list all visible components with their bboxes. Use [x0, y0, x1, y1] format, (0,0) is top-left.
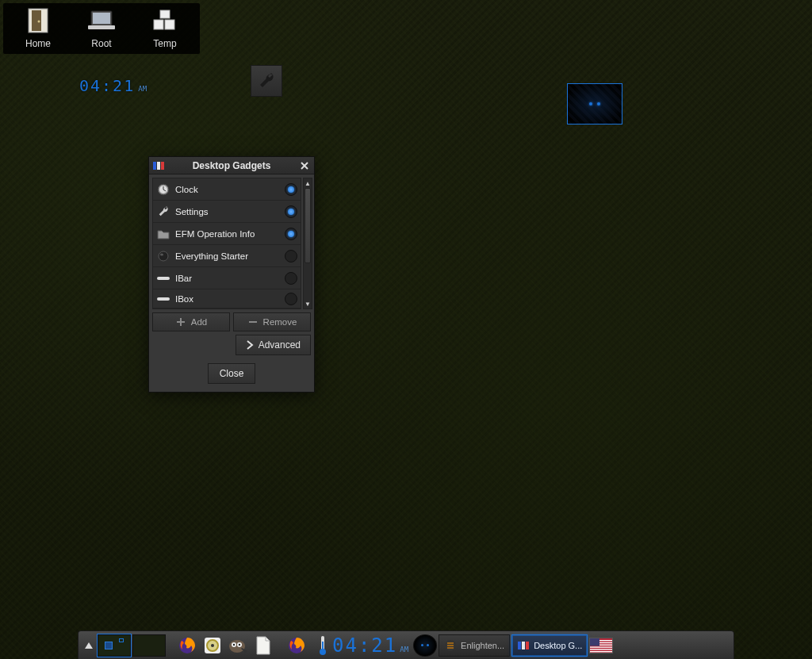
gadget-toggle[interactable]: [285, 250, 297, 262]
firefox-launcher[interactable]: [175, 634, 199, 657]
folder-icon: [156, 227, 170, 241]
add-button[interactable]: Add: [152, 312, 230, 331]
svg-point-2: [38, 21, 40, 23]
gadget-label: Everything Starter: [170, 251, 285, 261]
add-label: Add: [191, 317, 207, 327]
document-launcher[interactable]: [251, 634, 275, 657]
svg-point-15: [160, 253, 163, 255]
gadget-toggle[interactable]: [285, 272, 297, 285]
svg-rect-9: [153, 162, 156, 170]
desktop-gadgets-dialog: Desktop Gadgets Clock Settings: [148, 156, 315, 393]
svg-rect-41: [590, 651, 612, 652]
svg-point-14: [159, 251, 168, 261]
gadget-row-settings[interactable]: Settings: [153, 201, 301, 223]
enlightenment-icon: [444, 640, 457, 651]
selected-gadget-frame[interactable]: [567, 83, 622, 125]
gadget-toggle[interactable]: [285, 205, 297, 218]
gadget-toggle[interactable]: [285, 183, 297, 196]
desktop-clock-time: 04:21: [79, 76, 135, 95]
gimp-launcher[interactable]: [226, 634, 250, 657]
pager-desktop-2[interactable]: [132, 634, 166, 657]
settings-gadget[interactable]: [251, 65, 282, 97]
svg-point-22: [229, 640, 245, 653]
svg-rect-32: [518, 642, 521, 649]
svg-rect-1: [32, 10, 41, 31]
svg-rect-40: [590, 649, 612, 649]
temp-icon[interactable]: Temp: [143, 6, 187, 49]
pager-desktop-1[interactable]: [98, 634, 131, 657]
svg-point-21: [211, 644, 214, 647]
laptop-icon: [86, 6, 117, 35]
root-label: Root: [91, 38, 111, 49]
scroll-up-icon[interactable]: ▲: [304, 178, 312, 188]
svg-point-25: [233, 643, 235, 645]
firefox-launcher-2[interactable]: [285, 634, 308, 657]
gadget-label: IBar: [170, 274, 285, 283]
gadget-toggle[interactable]: [285, 293, 297, 305]
pager: [98, 634, 166, 657]
home-label: Home: [25, 38, 51, 49]
gadget-list: Clock Settings EFM Operation Info: [152, 178, 301, 309]
svg-point-26: [239, 643, 240, 645]
task-enlightenment[interactable]: Enlighten...: [439, 634, 510, 657]
taskbar-expand-icon[interactable]: [82, 634, 96, 657]
gadget-row-efm[interactable]: EFM Operation Info: [153, 223, 301, 245]
svg-point-30: [320, 649, 326, 655]
svg-rect-17: [157, 297, 170, 301]
gadget-label: Clock: [170, 185, 285, 194]
svg-rect-4: [93, 13, 110, 24]
gadget-row-everything[interactable]: Everything Starter: [153, 245, 301, 267]
svg-rect-10: [157, 162, 160, 170]
music-launcher[interactable]: [201, 634, 224, 657]
wrench-icon: [156, 205, 170, 219]
thermometer-icon[interactable]: [318, 634, 327, 657]
svg-rect-34: [526, 642, 529, 649]
desktop-icon-shelf: Home Root Temp: [3, 3, 200, 54]
svg-rect-11: [161, 162, 164, 170]
keyboard-layout-flag[interactable]: [589, 638, 613, 653]
task-desktop-gadgets[interactable]: Desktop G...: [511, 634, 588, 657]
remove-button[interactable]: Remove: [233, 312, 311, 331]
svg-rect-42: [590, 638, 599, 646]
wrench-icon: [257, 71, 276, 90]
boxes-icon: [149, 6, 181, 35]
gadget-row-clock[interactable]: Clock: [153, 178, 301, 201]
scroll-thumb[interactable]: [304, 188, 311, 263]
svg-rect-5: [88, 25, 115, 29]
gadget-label: EFM Operation Info: [170, 229, 285, 239]
dialog-titlebar[interactable]: Desktop Gadgets: [149, 157, 314, 174]
desktop-clock-gadget[interactable]: 04:21 AM: [79, 76, 147, 95]
gadget-row-ibox[interactable]: IBox: [153, 289, 301, 308]
svg-rect-33: [522, 642, 525, 649]
remove-label: Remove: [263, 317, 297, 327]
dialog-title: Desktop Gadgets: [165, 160, 298, 171]
minus-icon: [247, 316, 259, 328]
svg-rect-39: [590, 646, 612, 647]
taskbar: 04:21 AM Enlighten... Desktop G...: [78, 630, 734, 659]
bar-icon: [156, 271, 170, 285]
gadget-row-ibar[interactable]: IBar: [153, 267, 301, 289]
svg-rect-8: [165, 20, 174, 29]
dialog-close-icon[interactable]: [298, 159, 311, 172]
gadget-toggle[interactable]: [285, 228, 297, 240]
clock-icon: [156, 182, 170, 197]
home-icon[interactable]: Home: [16, 6, 60, 49]
root-icon[interactable]: Root: [79, 6, 124, 49]
bar-icon: [156, 292, 170, 306]
door-icon: [22, 6, 54, 35]
svg-rect-16: [157, 277, 170, 280]
task-label: Desktop G...: [534, 641, 582, 650]
list-scrollbar[interactable]: ▲ ▼: [303, 178, 312, 309]
gadget-label: IBox: [170, 294, 285, 304]
gadget-label: Settings: [170, 207, 285, 216]
chevron-right-icon: [246, 340, 254, 350]
eyes-icon: [589, 102, 600, 105]
plus-icon: [175, 316, 186, 328]
scroll-down-icon[interactable]: ▼: [304, 299, 312, 308]
temp-label: Temp: [153, 38, 176, 49]
close-button[interactable]: Close: [208, 363, 256, 384]
taskbar-clock[interactable]: 04:21 AM: [329, 634, 412, 657]
taskbar-eyes-gadget[interactable]: [413, 634, 437, 657]
advanced-button[interactable]: Advanced: [236, 335, 311, 355]
svg-rect-6: [160, 10, 170, 18]
